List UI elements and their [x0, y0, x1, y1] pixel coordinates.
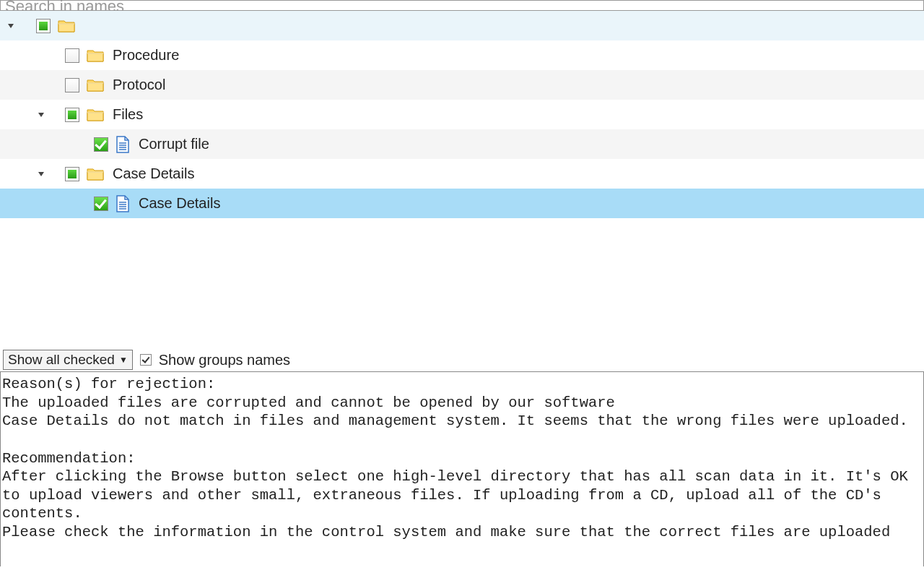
folder-icon: [87, 78, 104, 92]
folder-icon: [87, 48, 104, 63]
search-input[interactable]: Search in names: [0, 0, 924, 11]
tree-row-procedure[interactable]: Procedure: [0, 40, 924, 70]
tree-view: Procedure Protocol Files Corrupt file Ca…: [0, 11, 924, 218]
tree-row-files[interactable]: Files: [0, 100, 924, 129]
filter-dropdown[interactable]: Show all checked ▼: [3, 350, 133, 370]
tree-label: Case Details: [113, 165, 194, 182]
tree-label: Procedure: [113, 47, 179, 64]
tree-row-case-details-file[interactable]: Case Details: [0, 189, 924, 218]
file-icon: [116, 195, 130, 212]
tree-label: Case Details: [139, 195, 220, 212]
show-groups-checkbox[interactable]: [140, 354, 152, 366]
tree-label: Corrupt file: [139, 136, 209, 152]
tree-row-protocol[interactable]: Protocol: [0, 70, 924, 100]
show-groups-label: Show groups names: [159, 352, 290, 368]
checkbox-checked[interactable]: [94, 137, 108, 152]
chevron-down-icon: ▼: [119, 355, 128, 365]
checkbox-partial[interactable]: [36, 19, 51, 33]
folder-icon: [87, 167, 104, 181]
checkbox-empty[interactable]: [65, 48, 79, 63]
folder-icon: [58, 19, 75, 33]
collapse-icon[interactable]: [6, 21, 16, 31]
rejection-text-panel[interactable]: Reason(s) for rejection: The uploaded fi…: [0, 371, 924, 566]
tree-label: Protocol: [113, 77, 165, 93]
checkbox-empty[interactable]: [65, 78, 79, 92]
collapse-icon[interactable]: [36, 169, 46, 179]
tree-row-root[interactable]: [0, 11, 924, 40]
dropdown-label: Show all checked: [8, 352, 115, 368]
checkbox-partial[interactable]: [65, 108, 79, 122]
tree-row-case-details-folder[interactable]: Case Details: [0, 159, 924, 189]
collapse-icon[interactable]: [36, 110, 46, 120]
checkbox-partial[interactable]: [65, 167, 79, 181]
tree-row-corrupt-file[interactable]: Corrupt file: [0, 129, 924, 159]
tree-label: Files: [113, 106, 143, 123]
folder-icon: [87, 108, 104, 122]
file-icon: [116, 136, 130, 153]
checkbox-checked[interactable]: [94, 197, 108, 211]
controls-bar: Show all checked ▼ Show groups names: [0, 348, 924, 371]
